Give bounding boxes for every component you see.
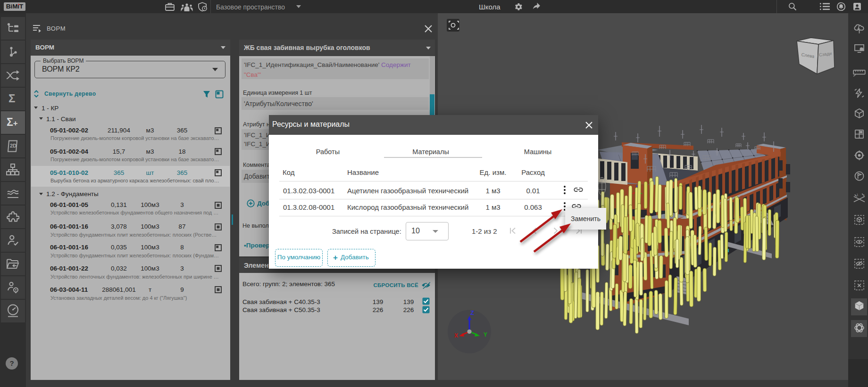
- svg-text:Z: Z: [470, 309, 474, 316]
- svg-text:2D: 2D: [10, 143, 17, 148]
- svg-text:1: 1: [857, 193, 859, 197]
- svg-text:2: 2: [863, 194, 865, 198]
- svg-text:X: X: [454, 332, 458, 339]
- svg-text:Y: Y: [484, 331, 487, 338]
